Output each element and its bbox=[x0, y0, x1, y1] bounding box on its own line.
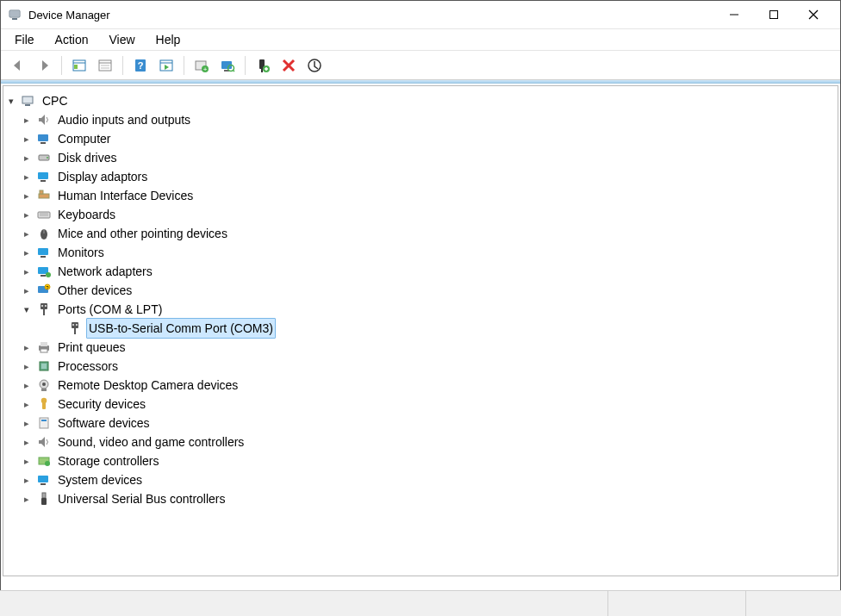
svg-point-67 bbox=[42, 383, 46, 386]
tree-category[interactable]: Keyboards bbox=[3, 205, 838, 224]
action-pane-button[interactable] bbox=[154, 53, 178, 78]
expander-icon[interactable] bbox=[21, 171, 33, 183]
enable-device-button[interactable] bbox=[251, 53, 275, 78]
expander-icon[interactable] bbox=[5, 95, 17, 107]
tree-item-label: Other devices bbox=[55, 281, 134, 300]
status-pane-2 bbox=[608, 591, 746, 616]
tree-category[interactable]: Sound, video and game controllers bbox=[3, 432, 838, 451]
keyboard-icon bbox=[36, 207, 52, 222]
expander-icon[interactable] bbox=[21, 114, 33, 126]
tree-category[interactable]: Computer bbox=[3, 129, 838, 148]
expander-icon[interactable] bbox=[21, 436, 33, 448]
uninstall-device-button[interactable] bbox=[277, 53, 301, 78]
tree-category[interactable]: Security devices bbox=[3, 395, 838, 414]
minimize-button[interactable] bbox=[714, 1, 754, 28]
printer-icon bbox=[36, 339, 52, 355]
tree-category[interactable]: Print queues bbox=[3, 338, 838, 357]
tree-category[interactable]: Display adaptors bbox=[3, 167, 838, 186]
tree-category[interactable]: Human Interface Devices bbox=[3, 186, 838, 205]
expander-icon[interactable] bbox=[21, 265, 33, 277]
tree-category[interactable]: Remote Desktop Camera devices bbox=[3, 376, 838, 395]
status-pane-1 bbox=[0, 591, 608, 616]
menu-help[interactable]: Help bbox=[147, 31, 190, 48]
svg-rect-33 bbox=[40, 142, 46, 144]
back-button[interactable] bbox=[6, 53, 30, 78]
tree-category[interactable]: Ports (COM & LPT) bbox=[3, 300, 838, 319]
svg-rect-2 bbox=[10, 11, 19, 16]
svg-rect-54 bbox=[41, 305, 43, 307]
show-hide-console-tree-button[interactable] bbox=[67, 53, 91, 78]
forward-button[interactable] bbox=[32, 53, 56, 78]
hid-icon bbox=[36, 188, 52, 203]
menu-action[interactable]: Action bbox=[47, 31, 97, 48]
svg-rect-76 bbox=[40, 483, 46, 485]
tree-device[interactable]: USB-to-Serial Comm Port (COM3) bbox=[3, 319, 838, 338]
scan-hardware-button[interactable] bbox=[215, 53, 240, 78]
tree-category[interactable]: Monitors bbox=[3, 243, 838, 262]
expander-icon[interactable] bbox=[21, 227, 33, 240]
cpu-icon bbox=[36, 358, 52, 374]
svg-rect-72 bbox=[41, 420, 47, 421]
expander-icon[interactable] bbox=[21, 303, 33, 315]
tree-category[interactable]: Network adapters bbox=[3, 262, 838, 281]
tree-item-label: Display adaptors bbox=[55, 167, 150, 186]
svg-rect-37 bbox=[40, 180, 46, 182]
tree-category[interactable]: Disk drives bbox=[3, 148, 838, 167]
expander-icon[interactable] bbox=[21, 493, 33, 505]
toolbar-separator bbox=[122, 56, 123, 75]
expander-icon[interactable] bbox=[21, 398, 33, 410]
tree-category[interactable]: System devices bbox=[3, 470, 838, 489]
svg-rect-59 bbox=[76, 324, 78, 326]
tree-item-label: Security devices bbox=[55, 395, 148, 414]
toolbar-separator bbox=[245, 56, 246, 75]
expander-icon[interactable] bbox=[21, 455, 33, 467]
tree-category[interactable]: Universal Serial Bus controllers bbox=[3, 489, 838, 508]
disable-device-button[interactable] bbox=[302, 53, 327, 78]
svg-rect-46 bbox=[40, 256, 46, 258]
svg-text:?: ? bbox=[138, 60, 144, 71]
menu-view[interactable]: View bbox=[100, 31, 143, 48]
toolbar: ? + bbox=[1, 51, 840, 80]
expander-icon[interactable] bbox=[21, 379, 33, 391]
tree-category[interactable]: Mice and other pointing devices bbox=[3, 224, 838, 243]
network-icon bbox=[36, 264, 52, 279]
expander-icon[interactable] bbox=[21, 284, 33, 296]
svg-rect-65 bbox=[41, 364, 47, 369]
expander-icon[interactable] bbox=[21, 246, 33, 258]
toolbar-separator bbox=[61, 56, 62, 75]
tree-item-label: Mice and other pointing devices bbox=[55, 224, 230, 243]
expander-icon[interactable] bbox=[21, 190, 33, 202]
tree-category[interactable]: ?Other devices bbox=[3, 281, 838, 300]
expander-icon[interactable] bbox=[21, 360, 33, 372]
expander-icon[interactable] bbox=[21, 474, 33, 486]
expander-icon[interactable] bbox=[21, 341, 33, 353]
usb-icon bbox=[36, 491, 52, 507]
svg-rect-75 bbox=[38, 476, 48, 482]
tree-item-label: CPC bbox=[40, 91, 71, 110]
menu-file[interactable]: File bbox=[6, 31, 43, 48]
svg-text:+: + bbox=[203, 65, 208, 73]
tree-item-label: Software devices bbox=[55, 414, 153, 432]
monitor-icon bbox=[36, 245, 52, 260]
svg-point-49 bbox=[46, 272, 51, 277]
help-button[interactable]: ? bbox=[128, 53, 153, 78]
tree-item-label: Keyboards bbox=[55, 205, 118, 224]
maximize-button[interactable] bbox=[754, 1, 794, 28]
expander-icon[interactable] bbox=[21, 152, 33, 164]
svg-point-35 bbox=[47, 157, 48, 159]
close-button[interactable] bbox=[794, 1, 833, 28]
software-icon bbox=[36, 415, 52, 431]
svg-line-24 bbox=[233, 70, 234, 72]
expander-icon[interactable] bbox=[21, 417, 33, 429]
svg-rect-4 bbox=[770, 11, 778, 19]
properties-button[interactable] bbox=[93, 53, 117, 78]
tree-category[interactable]: Processors bbox=[3, 357, 838, 376]
tree-category[interactable]: Audio inputs and outputs bbox=[3, 110, 838, 129]
tree-category[interactable]: Storage controllers bbox=[3, 451, 838, 470]
expander-icon[interactable] bbox=[21, 208, 33, 221]
update-driver-button[interactable]: + bbox=[190, 53, 214, 78]
tree-root[interactable]: CPC bbox=[3, 91, 838, 110]
tree-category[interactable]: Software devices bbox=[3, 414, 838, 432]
expander-icon[interactable] bbox=[21, 133, 33, 145]
device-tree[interactable]: CPCAudio inputs and outputsComputerDisk … bbox=[3, 85, 838, 576]
